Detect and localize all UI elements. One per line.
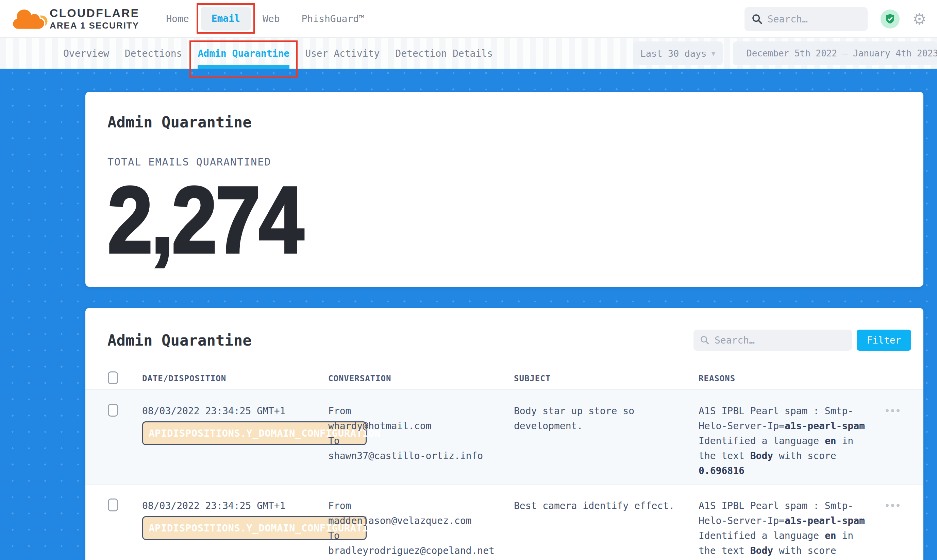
row-reasons: A1S IPBL Pearl spam : Smtp-Helo-Server-I… (699, 404, 870, 478)
row-reasons: A1S IPBL Pearl spam : Smtp-Helo-Server-I… (699, 498, 870, 560)
row-checkbox[interactable] (108, 404, 118, 417)
chevron-down-icon: ▼ (712, 49, 716, 57)
table-header-row: DATE/DISPOSITION CONVERSATION SUBJECT RE… (85, 368, 923, 390)
subtab-detection-details[interactable]: Detection Details (395, 38, 493, 69)
brand-logo: CLOUDFLARE AREA 1 SECURITY (9, 5, 139, 32)
row-subject: Body star up store so development. (514, 404, 685, 434)
subtab-user-activity[interactable]: User Activity (305, 38, 380, 69)
search-icon (699, 335, 710, 345)
summary-card: Admin Quarantine TOTAL EMAILS QUARANTINE… (85, 92, 923, 287)
page-content: Admin Quarantine TOTAL EMAILS QUARANTINE… (0, 69, 937, 560)
row-date: 08/03/2022 23:34:25 GMT+1 (142, 498, 328, 514)
table-row[interactable]: 08/03/2022 23:34:25 GMT+1 APIDISPOSITION… (85, 485, 923, 560)
to-label: To (328, 528, 514, 543)
to-address: bradleyrodriguez@copeland.net (328, 543, 514, 558)
column-header-subject: SUBJECT (514, 374, 699, 383)
date-range-display[interactable]: December 5th 2022 — January 4th 2023 (733, 42, 937, 65)
to-label: To (328, 434, 514, 449)
tab-home[interactable]: Home (166, 13, 189, 25)
to-address: shawn37@castillo-ortiz.info (328, 449, 514, 463)
primary-tabs: Home Email Web PhishGuard™ (166, 7, 364, 31)
table-body: 08/03/2022 23:34:25 GMT+1 APIDISPOSITION… (85, 390, 923, 560)
row-checkbox[interactable] (108, 498, 118, 511)
subtab-detections[interactable]: Detections (125, 38, 182, 69)
row-subject: Best camera identify effect. (514, 498, 685, 514)
tab-phishguard[interactable]: PhishGuard™ (302, 13, 364, 25)
row-actions-menu[interactable] (886, 503, 900, 507)
row-date: 08/03/2022 23:34:25 GMT+1 (142, 404, 328, 418)
tab-email[interactable]: Email (201, 7, 251, 31)
column-header-date: DATE/DISPOSITION (142, 374, 328, 383)
table-search-input[interactable] (715, 335, 837, 346)
email-section-tabs: Overview Detections Admin Quarantine Use… (0, 38, 937, 69)
cloudflare-cloud-icon (9, 5, 48, 32)
top-navigation: CLOUDFLARE AREA 1 SECURITY Home Email We… (0, 0, 937, 38)
brand-name: CLOUDFLARE (49, 6, 139, 20)
metric-label: TOTAL EMAILS QUARANTINED (108, 156, 923, 168)
from-address: maddenjason@velazquez.com (328, 514, 514, 528)
from-label: From (328, 498, 514, 514)
protection-status-badge[interactable] (881, 9, 900, 29)
column-header-conversation: CONVERSATION (328, 374, 514, 383)
subtab-admin-quarantine[interactable]: Admin Quarantine (198, 38, 289, 69)
column-header-reasons: REASONS (699, 374, 875, 383)
table-card-title: Admin Quarantine (108, 332, 252, 349)
row-actions-menu[interactable] (886, 408, 900, 412)
metric-value: 2,274 (108, 177, 809, 262)
brand-subtitle: AREA 1 SECURITY (49, 20, 139, 31)
table-search[interactable] (693, 329, 852, 351)
summary-card-title: Admin Quarantine (108, 114, 923, 131)
subtab-overview[interactable]: Overview (63, 38, 109, 69)
settings-gear-icon[interactable]: ⚙ (912, 11, 926, 27)
table-row[interactable]: 08/03/2022 23:34:25 GMT+1 APIDISPOSITION… (85, 390, 923, 485)
from-label: From (328, 404, 514, 418)
filter-button[interactable]: Filter (857, 329, 911, 351)
global-search-input[interactable] (768, 14, 853, 25)
active-tab-underline (198, 65, 289, 69)
search-icon (751, 13, 763, 25)
tab-web[interactable]: Web (262, 13, 280, 25)
global-search[interactable] (744, 7, 868, 31)
quarantine-table-card: Admin Quarantine Filter DATE/DISPOSITION… (85, 308, 923, 560)
select-all-checkbox[interactable] (108, 371, 118, 384)
shield-check-icon (884, 13, 896, 25)
time-range-dropdown[interactable]: Last 30 days ▼ (633, 42, 723, 65)
from-address: whardy@hotmail.com (328, 418, 514, 434)
